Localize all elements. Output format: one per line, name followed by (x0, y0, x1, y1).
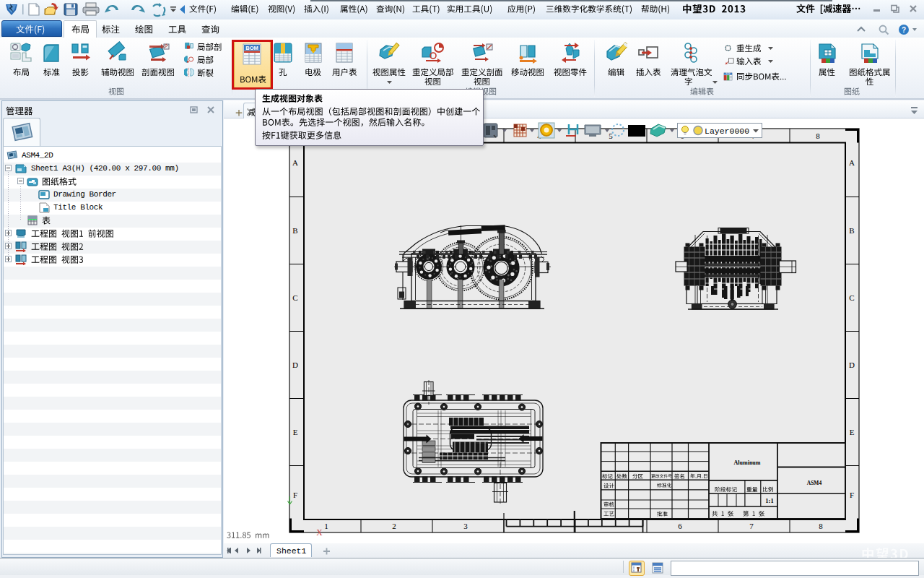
svg-text:1:1: 1:1 (765, 497, 773, 504)
svg-text:BOM: BOM (245, 45, 258, 51)
svg-text:?: ? (902, 26, 906, 34)
svg-text:ASM4: ASM4 (807, 480, 822, 486)
svg-text:Aluminum: Aluminum (734, 460, 761, 466)
svg-text:X: X (316, 528, 323, 537)
svg-text:BOM: BOM (726, 72, 731, 75)
